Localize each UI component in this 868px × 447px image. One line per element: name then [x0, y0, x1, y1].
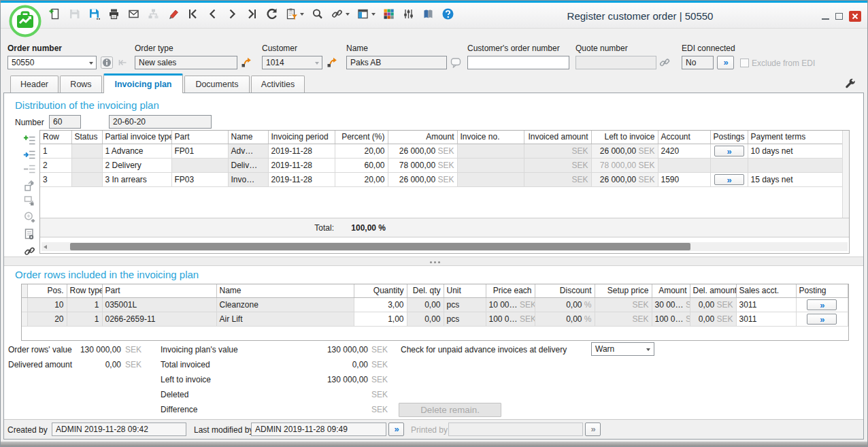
cell-period[interactable]: 2019-11-28 — [268, 172, 335, 186]
cell-amount[interactable]: 78 000,00 SEK — [388, 158, 457, 172]
first-record-icon[interactable] — [186, 7, 199, 20]
plan-table-row[interactable]: 3 3 In arrears FP03 Invo… 2019-11-28 20,… — [40, 172, 849, 186]
cell-type[interactable]: 3 In arrears — [102, 172, 171, 186]
col-posting[interactable]: Posting — [796, 284, 848, 297]
cell-row[interactable]: 3 — [40, 172, 71, 186]
postings-button[interactable]: » — [714, 146, 744, 156]
cell-sales-acct[interactable]: 3011 — [736, 312, 796, 326]
col-unit[interactable]: Unit — [444, 284, 486, 297]
col-del-amount[interactable]: Del. amount — [690, 284, 736, 297]
modified-history-button[interactable]: » — [388, 423, 404, 436]
comment-icon[interactable] — [449, 56, 463, 69]
cell-sales-acct[interactable]: 3011 — [736, 297, 796, 312]
row-selector[interactable] — [22, 297, 27, 312]
col-invoiced-amount[interactable]: Invoiced amount — [524, 131, 591, 144]
col-postings[interactable]: Postings — [710, 131, 748, 144]
cell-quantity[interactable]: 1,00 — [354, 312, 407, 326]
edi-connected-field[interactable]: No — [682, 56, 714, 69]
col-invoice-no[interactable]: Invoice no. — [457, 131, 524, 144]
save-plus-icon[interactable] — [88, 7, 101, 20]
close-icon[interactable] — [849, 11, 861, 22]
cell-row[interactable]: 2 — [40, 158, 71, 172]
order-row[interactable]: 10 1 035001L Cleanzone 3,00 0,00 pcs 10 … — [22, 297, 848, 312]
cell-percent[interactable]: 60,00 — [335, 158, 388, 172]
col-amount[interactable]: Amount — [652, 284, 690, 297]
add-row-icon[interactable] — [23, 134, 36, 147]
search-icon[interactable] — [311, 7, 324, 20]
cell-account[interactable]: 1590 — [658, 172, 710, 186]
cell-row[interactable]: 1 — [40, 144, 71, 158]
cell-part[interactable]: FP03 — [171, 172, 228, 186]
last-record-icon[interactable] — [246, 7, 258, 20]
vertical-scrollbar[interactable] — [842, 131, 849, 218]
minimize-icon[interactable] — [822, 13, 829, 20]
restore-row-icon[interactable] — [23, 194, 36, 207]
cell-amount[interactable]: 26 000,00 SEK — [388, 172, 457, 186]
order-number-combobox[interactable]: 50550 — [7, 56, 97, 69]
color-grid-icon[interactable] — [382, 7, 395, 20]
col-quantity[interactable]: Quantity — [354, 284, 407, 297]
scrollbar-thumb[interactable] — [70, 243, 690, 250]
scroll-left-icon[interactable] — [44, 245, 47, 249]
maximize-icon[interactable] — [835, 13, 843, 20]
col-price-each[interactable]: Price each — [486, 284, 535, 297]
cell-period[interactable]: 2019-11-28 — [268, 144, 335, 158]
next-record-icon[interactable] — [226, 7, 239, 20]
tab-rows[interactable]: Rows — [60, 76, 102, 93]
tab-documents[interactable]: Documents — [184, 76, 250, 93]
tab-activities[interactable]: Activities — [251, 76, 305, 93]
section-splitter[interactable] — [4, 256, 863, 266]
preview-document-icon[interactable] — [23, 228, 36, 241]
col-part[interactable]: Part — [102, 284, 216, 297]
info-icon[interactable] — [100, 56, 114, 69]
window-layout-icon[interactable] — [356, 7, 375, 20]
edi-details-button[interactable]: » — [717, 56, 734, 69]
check-unpaid-select[interactable]: Warn — [591, 342, 654, 356]
col-amount[interactable]: Amount — [388, 131, 457, 144]
cell-payment-terms[interactable]: 10 days net — [748, 144, 849, 158]
report-icon[interactable] — [422, 7, 435, 20]
col-discount[interactable]: Discount — [535, 284, 595, 297]
cell-account[interactable]: 2420 — [658, 144, 710, 158]
posting-button[interactable]: » — [807, 314, 837, 325]
customer-combobox[interactable]: 1014 — [262, 56, 322, 69]
order-row[interactable]: 20 1 0266-2659-11 Air Lift 1,00 0,00 pcs… — [22, 312, 848, 326]
customers-order-number-input[interactable] — [467, 56, 569, 69]
plan-code-field[interactable]: 20-60-20 — [109, 115, 212, 129]
col-sales-acct[interactable]: Sales acct. — [736, 284, 796, 297]
refresh-icon[interactable] — [265, 7, 278, 20]
name-field[interactable]: Paks AB — [346, 56, 447, 69]
remove-row-icon[interactable] — [23, 163, 36, 176]
cell-type[interactable]: 2 Delivery — [102, 158, 171, 172]
col-percent[interactable]: Percent (%) — [335, 131, 388, 144]
tab-header[interactable]: Header — [10, 76, 59, 93]
col-row-type[interactable]: Row type — [67, 284, 102, 297]
col-setup-price[interactable]: Setup price — [595, 284, 652, 297]
col-pos[interactable]: Pos. — [27, 284, 67, 297]
cell-percent[interactable]: 20,00 — [335, 144, 388, 158]
plan-number-field[interactable]: 60 — [49, 115, 81, 129]
cell-part[interactable]: FP01 — [171, 144, 228, 158]
order-type-field[interactable]: New sales — [135, 56, 237, 69]
col-part[interactable]: Part — [171, 131, 228, 144]
col-row[interactable]: Row — [40, 131, 71, 144]
horizontal-scrollbar[interactable] — [41, 242, 848, 251]
goto-order-type-icon[interactable] — [239, 56, 253, 69]
col-invoicing-period[interactable]: Invoicing period — [268, 131, 335, 144]
link-icon[interactable] — [331, 7, 350, 20]
cell-type[interactable]: 1 Advance — [102, 144, 171, 158]
settings-wrench-icon[interactable] — [844, 78, 856, 92]
postings-button[interactable]: » — [714, 174, 744, 185]
col-account[interactable]: Account — [658, 131, 710, 144]
new-document-icon[interactable] — [48, 7, 61, 20]
coin-add-icon[interactable] — [23, 211, 36, 224]
posting-button[interactable]: » — [807, 299, 837, 310]
email-icon[interactable] — [127, 7, 140, 20]
previous-record-icon[interactable] — [206, 7, 219, 20]
cell-period[interactable]: 2019-11-28 — [268, 158, 335, 172]
tab-invoicing-plan[interactable]: Invoicing plan — [103, 73, 183, 93]
cell-payment-terms[interactable]: 15 days net — [748, 172, 849, 186]
col-payment-terms[interactable]: Payment terms — [748, 131, 849, 144]
delete-icon[interactable] — [167, 7, 180, 20]
cell-quantity[interactable]: 3,00 — [354, 297, 407, 312]
